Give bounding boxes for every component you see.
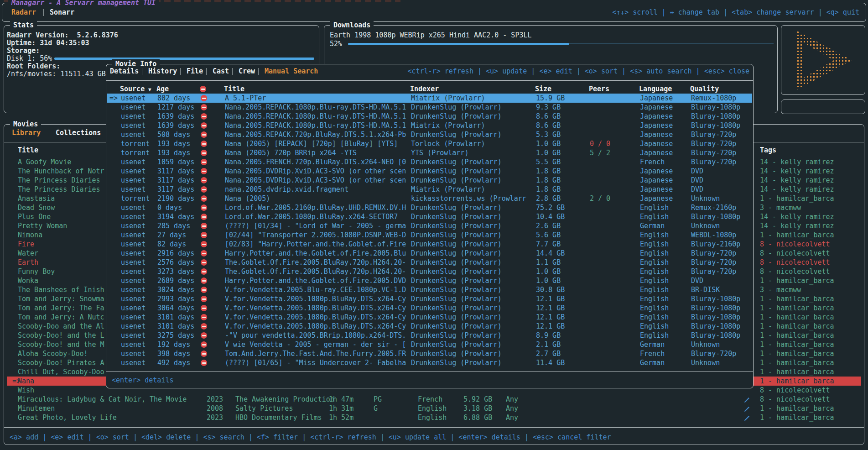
col-source[interactable]: Source xyxy=(120,84,145,94)
release-row[interactable]: usenet2576 daysThe.Goblet.Of.Fire.2005.B… xyxy=(107,258,752,267)
release-row[interactable]: usenet0 daysLord.of.War.2005.2160p.BluRa… xyxy=(107,203,752,212)
rejected-no-entry-icon xyxy=(201,341,207,348)
release-language: English xyxy=(640,203,669,212)
release-age: 193 days xyxy=(157,139,190,148)
release-row[interactable]: torrent193 daysNana (2005) 720p BRRip x2… xyxy=(107,148,752,157)
release-row[interactable]: usenet3194 daysLord.of.War.2005.1080p.Bl… xyxy=(107,212,752,221)
movies-tab-divider xyxy=(49,130,49,136)
movie-title: Scooby-Doo! and the L xyxy=(18,331,104,340)
release-source: usenet xyxy=(121,94,146,103)
tab-details[interactable]: Details xyxy=(110,67,139,76)
release-quality: Bluray-1080p xyxy=(691,121,740,130)
tab-cast[interactable]: Cast xyxy=(213,67,229,76)
movie-certification: G xyxy=(374,404,378,413)
release-row[interactable]: usenet3117 daysNana.2005.DVDRip.XviD.AC3… xyxy=(107,176,752,185)
movie-row[interactable]: Miraculous: Ladybug & Cat Noir, The Movi… xyxy=(7,395,861,404)
movie-tag: 1 - hamilcar_barca xyxy=(760,349,834,358)
rejected-no-entry-icon xyxy=(201,150,207,156)
tab-library[interactable]: Library xyxy=(12,128,41,137)
release-row[interactable]: =>usenet802 daysA 5.1-PTerMiatrix (Prowl… xyxy=(107,94,752,103)
release-quality: DVD xyxy=(691,185,703,194)
movie-tag: 14 - kelly ramirez xyxy=(760,221,834,230)
release-size: 8.6 GB xyxy=(536,121,561,130)
release-row[interactable]: usenet1639 daysNana.2005.REPACK.1080p.Bl… xyxy=(107,121,752,130)
release-row[interactable]: torrent2190 daysNana (2005)kickasstorren… xyxy=(107,194,752,203)
rejected-no-entry-icon xyxy=(201,168,207,174)
release-row[interactable]: usenet82 days[02/83] "Harry.Potter.and.t… xyxy=(107,240,752,249)
tab-radarr[interactable]: Radarr xyxy=(11,8,36,17)
release-row[interactable]: usenet1639 daysNana.2005.REPACK.1080p.Bl… xyxy=(107,112,752,121)
rejected-no-entry-icon xyxy=(201,232,207,238)
release-source: usenet xyxy=(121,203,146,212)
tab-collections[interactable]: Collections xyxy=(56,128,101,137)
movie-size: 3.18 GB xyxy=(463,404,492,413)
release-quality: DVD xyxy=(691,167,703,176)
release-row[interactable]: usenet508 daysNana.2005.REPACK.720p.BluR… xyxy=(107,130,752,139)
release-row[interactable]: usenet2689 daysHarry.Potter.and.the.Gobl… xyxy=(107,276,752,285)
movie-title: Dead Snow xyxy=(18,203,55,212)
movie-row[interactable]: Minutemen2008Salty Pictures1h 31mGEnglis… xyxy=(7,404,861,413)
download-progress-gauge xyxy=(348,39,774,48)
tab-crew[interactable]: Crew xyxy=(239,67,255,76)
release-title: Nana (2005) 720p BRRip x264 -YTS xyxy=(225,148,357,157)
tab-history[interactable]: History xyxy=(148,67,177,76)
release-row[interactable]: usenet3117 daysnana.2005.dvdrip.xvid.fra… xyxy=(107,185,752,194)
release-row[interactable]: usenet27 days[02/44] "Transporter 2.2005… xyxy=(107,230,752,240)
movie-tag: 3 - macmww xyxy=(760,285,801,294)
movie-tag: 8 - nicolecolvett xyxy=(760,258,830,267)
release-indexer: DrunkenSlug (Prowlarr) xyxy=(411,349,502,358)
release-row[interactable]: usenet398 daysTom.And.Jerry.The.Fast.And… xyxy=(107,349,752,358)
release-age: 3275 days xyxy=(157,331,194,340)
col-indexer[interactable]: Indexer xyxy=(410,84,439,94)
release-row[interactable]: usenet2916 daysHarry.Potter.and.the.Gobl… xyxy=(107,249,752,258)
release-size: 1.0 GB xyxy=(536,148,561,157)
release-row[interactable]: usenet1059 daysNana.2005.FRENCH.720p.Blu… xyxy=(107,157,752,167)
header-panel: Managarr - A Servarr management TUI Rada… xyxy=(2,3,866,22)
release-row[interactable]: usenet192 daysV wie Vendetta - 2005 - ge… xyxy=(107,340,752,349)
release-size: 2.8 GB xyxy=(536,194,561,203)
release-row[interactable]: usenet1217 daysNana.2005.REPACK.1080p.Bl… xyxy=(107,103,752,112)
tab-sonarr[interactable]: Sonarr xyxy=(50,8,74,17)
movie-runtime: 1h 47m xyxy=(329,395,353,404)
tab-file[interactable]: File xyxy=(187,67,203,76)
release-age: 3194 days xyxy=(157,212,194,221)
movie-title: Great Photo, Lovely Life xyxy=(18,413,117,422)
release-age: 3024 days xyxy=(157,285,194,294)
release-peers: 0 / 0 xyxy=(590,139,610,148)
release-indexer: DrunkenSlug (Prowlarr) xyxy=(411,203,502,212)
release-quality: Bluray-1080p xyxy=(691,294,740,303)
col-language[interactable]: Language xyxy=(639,84,672,94)
release-row[interactable]: usenet3275 days-"V pour vendetta.2005.BR… xyxy=(107,331,752,340)
release-row[interactable]: usenet3101 daysV.for.Vendetta.2005.1080p… xyxy=(107,313,752,322)
movie-year: 2023 xyxy=(207,395,223,404)
col-size[interactable]: Size xyxy=(535,84,551,94)
release-row[interactable]: usenet285 days(????) [01/34] - "Lord of … xyxy=(107,221,752,230)
release-language: English xyxy=(640,331,669,340)
release-row[interactable]: usenet3024 daysV.for.Vendetta.2005.Blu-r… xyxy=(107,285,752,294)
movies-tags-header[interactable]: Tags xyxy=(760,146,776,155)
release-age: 3117 days xyxy=(157,176,194,185)
release-quality: Bluray-1080p xyxy=(691,103,740,112)
col-quality[interactable]: Quality xyxy=(690,84,719,94)
release-size: 5.6 GB xyxy=(536,230,561,240)
movie-tag: 14 - kelly ramirez xyxy=(760,185,834,194)
movies-title-header[interactable]: Title xyxy=(18,146,38,155)
col-peers[interactable]: Peers xyxy=(589,84,609,94)
release-age: 1217 days xyxy=(157,103,194,112)
col-title[interactable]: Title xyxy=(224,84,244,94)
release-row[interactable]: usenet3117 daysNana.2005.DVDRip.XviD.AC3… xyxy=(107,167,752,176)
col-rejected no-entry-icon[interactable] xyxy=(200,86,206,92)
release-row[interactable]: torrent193 daysNana (2005) [REPACK] [720… xyxy=(107,139,752,148)
release-row[interactable]: usenet3101 daysV.for.Vendetta.2005.1080p… xyxy=(107,322,752,331)
tab-manual-search[interactable]: Manual Search xyxy=(265,67,318,76)
release-row[interactable]: usenet3064 daysV.for.Vendetta.2005.1080p… xyxy=(107,303,752,313)
release-row[interactable]: usenet3273 daysThe.Goblet.Of.Fire.2005.B… xyxy=(107,267,752,276)
release-row[interactable]: usenet492 days(????) [01/65] - "Miss Und… xyxy=(107,358,752,367)
release-row[interactable]: usenet2993 daysV.for.Vendetta.2005.1080p… xyxy=(107,294,752,303)
movie-row[interactable]: Great Photo, Lovely Life2023HBO Document… xyxy=(7,413,861,422)
col-age[interactable]: Age xyxy=(156,84,169,94)
sort-desc-icon: ▼ xyxy=(148,85,151,94)
release-language: French xyxy=(640,349,665,358)
movie-title: Scooby-Doo and the Al xyxy=(18,322,104,331)
release-title: V wie Vendetta - 2005 - german - der sir… xyxy=(225,340,406,349)
